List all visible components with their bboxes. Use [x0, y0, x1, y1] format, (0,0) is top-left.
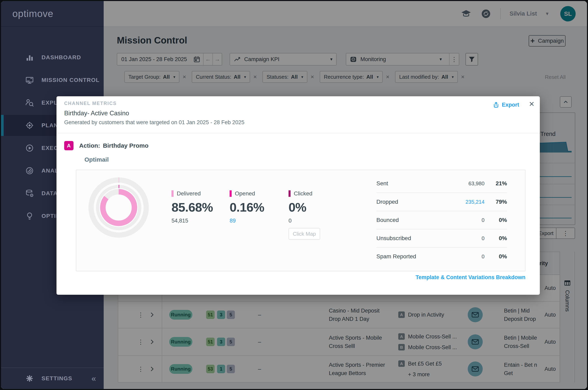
channel-name: Optimail	[84, 156, 109, 163]
modal-divider	[57, 133, 540, 133]
stat-delivered: Delivered 85.68% 54,815	[172, 190, 230, 224]
sidebar-item-settings[interactable]: SETTINGS «	[1, 368, 104, 389]
channel-metrics-card: Delivered 85.68% 54,815 Opened 0.16% 89 …	[76, 170, 526, 271]
screenshot-stage: optimove DASHBOARD MISSION CONTROL EXPLO…	[0, 0, 588, 390]
sidebar-item-mission-control[interactable]: MISSION CONTROL	[1, 70, 104, 91]
stat-clicked: Clicked 0% 0 Click Map	[289, 190, 347, 240]
breakdown-row-spam: Spam Reported 0 0%	[376, 247, 507, 265]
action-header: A Action:Birthday Promo	[64, 141, 148, 150]
modal-title: Birthday- Active Casino	[64, 110, 129, 117]
analyze-icon	[25, 166, 34, 175]
action-label: Action:	[79, 142, 100, 149]
delivered-value: 85.68%	[172, 200, 230, 214]
export-icon	[493, 101, 499, 108]
monitor-icon	[25, 75, 34, 85]
database-gear-icon	[25, 189, 34, 198]
opened-marker	[230, 190, 232, 197]
clicked-marker	[289, 190, 291, 197]
play-circle-icon	[25, 144, 34, 153]
sidebar-item-label: PLAN	[42, 122, 58, 129]
delivered-marker	[172, 190, 174, 197]
delivery-donut-chart	[84, 173, 153, 242]
clicked-count: 0	[289, 218, 347, 224]
delivery-breakdown-list: Sent 63,980 21% Dropped 235,214 79% Boun…	[376, 174, 507, 265]
close-icon[interactable]: ✕	[529, 100, 535, 108]
app-window: optimove DASHBOARD MISSION CONTROL EXPLO…	[1, 1, 587, 389]
breakdown-row-bounced: Bounced 0 0%	[376, 211, 507, 229]
breakdown-row-sent: Sent 63,980 21%	[376, 174, 507, 193]
clicked-value: 0%	[289, 200, 347, 214]
sidebar-item-dashboard[interactable]: DASHBOARD	[1, 47, 104, 68]
dropped-count-link[interactable]: 235,214	[448, 199, 484, 205]
click-map-button[interactable]: Click Map	[289, 228, 320, 240]
collapse-sidebar-icon[interactable]: «	[92, 374, 96, 383]
variations-breakdown-link[interactable]: Template & Content Variations Breakdown	[415, 274, 526, 281]
modal-eyebrow: CHANNEL METRICS	[64, 101, 117, 106]
delivered-count: 54,815	[172, 218, 230, 224]
person-search-icon	[25, 98, 34, 107]
sidebar-item-label: MISSION CONTROL	[42, 77, 100, 83]
lightbulb-icon	[25, 211, 34, 221]
channel-metrics-modal: CHANNEL METRICS Export ✕ Birthday- Activ…	[57, 96, 540, 295]
sidebar-item-label: DASHBOARD	[42, 54, 81, 61]
breakdown-row-dropped: Dropped 235,214 79%	[376, 193, 507, 211]
modal-subtitle: Generated by customers that were targete…	[64, 119, 244, 126]
stat-opened: Opened 0.16% 89	[230, 190, 288, 224]
gear-icon	[25, 374, 34, 383]
settings-label: SETTINGS	[42, 375, 72, 382]
bar-chart-icon	[25, 53, 34, 62]
modal-export-button[interactable]: Export	[493, 101, 519, 108]
opened-value: 0.16%	[230, 200, 288, 214]
opened-count-link[interactable]: 89	[230, 218, 288, 224]
action-name: Birthday Promo	[103, 142, 148, 149]
target-icon	[25, 121, 34, 130]
action-tag: A	[64, 141, 73, 150]
optimove-logo: optimove	[1, 1, 104, 27]
breakdown-row-unsubscribed: Unsubscribed 0 0%	[376, 229, 507, 247]
